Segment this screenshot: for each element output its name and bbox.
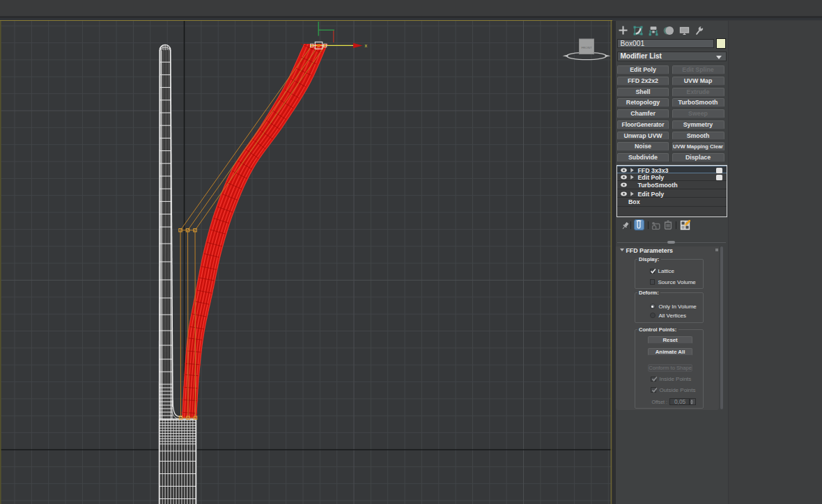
svg-text:FRONT: FRONT [581, 46, 591, 49]
svg-text:x: x [365, 42, 368, 49]
